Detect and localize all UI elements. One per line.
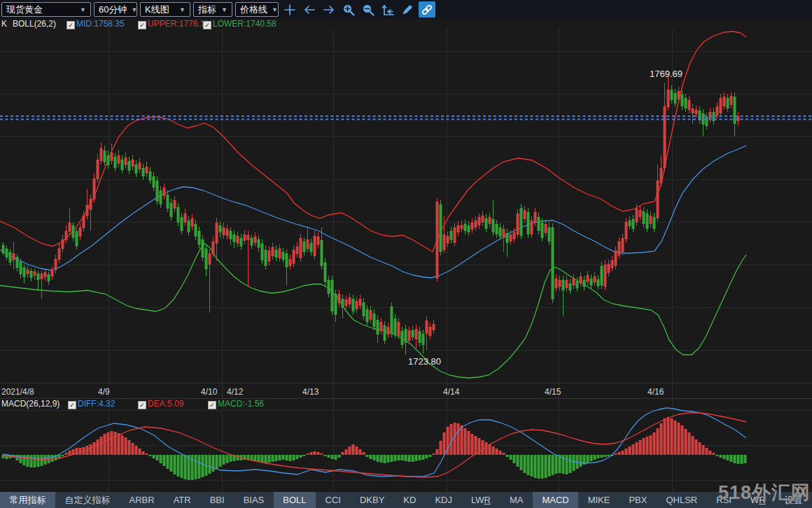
pencil-icon[interactable] (399, 1, 416, 17)
date-label: 4/13 (302, 387, 318, 397)
tab-label: QHLSR (666, 495, 697, 505)
chevron-down-icon: ▼ (221, 6, 227, 13)
indicator-tab[interactable]: 自定义指标 (55, 492, 120, 508)
indicator-value: ✓LOWER:1740.58 (203, 19, 276, 29)
tab-label: DKBY (360, 495, 384, 505)
checkbox-icon[interactable]: ✓ (138, 401, 146, 409)
period-dropdown[interactable]: 60分钟▼ (94, 2, 137, 17)
indicator-value: ✓MID:1758.35 (66, 19, 125, 29)
panel-k-label: K (1, 19, 7, 29)
price-annotation: 1769.69 (650, 69, 682, 79)
tab-label: RSI (716, 495, 732, 505)
macd-layer (2, 408, 747, 480)
boll-lower-line (0, 244, 746, 378)
arrow-left-icon[interactable] (301, 1, 318, 17)
indicator-value: ✓DIFF:4.32 (68, 399, 115, 409)
price-annotation: 1723.80 (408, 356, 441, 367)
tab-label: BIAS (244, 495, 265, 505)
indicator-tab[interactable]: MACD (533, 492, 578, 508)
indicator-value-label: MID:1758.35 (76, 19, 125, 29)
tab-label: MIKE (588, 495, 610, 505)
tab-label: 常用指标 (10, 494, 46, 507)
chevron-down-icon: ▼ (272, 6, 278, 13)
dropdown-label: 现货黄金 (6, 3, 43, 16)
tab-label: KD (403, 495, 416, 505)
tab-label: ATR (174, 495, 191, 505)
tab-label-underlined: R (484, 495, 490, 505)
tab-label: MACD (542, 495, 568, 505)
indicator-tab[interactable]: 设置 (775, 492, 812, 508)
indicator-tab[interactable]: RSI (707, 492, 741, 508)
chart-canvas[interactable]: 1769.691723.80 (0, 0, 812, 508)
indicator-tab[interactable]: LWR (461, 492, 500, 508)
date-label: 4/14 (443, 387, 459, 397)
indicator-value-label: LOWER:1740.58 (213, 19, 276, 29)
macd-indicator-name: MACD(26,12,9) (1, 399, 59, 409)
indicator-dropdown[interactable]: 指标▼ (193, 2, 232, 17)
indicator-tab[interactable]: 常用指标 (0, 492, 55, 508)
symbol-dropdown[interactable]: 现货黄金▼ (1, 2, 91, 17)
indicator-tab[interactable]: KD (394, 492, 426, 508)
indicator-tab[interactable]: DKBY (350, 492, 393, 508)
indicator-tab[interactable]: WR (741, 492, 775, 508)
indicator-value-label: DEA:5.09 (148, 399, 183, 409)
indicator-tab[interactable]: ATR (164, 492, 200, 508)
chart-type-dropdown[interactable]: K线图▼ (140, 2, 190, 17)
tab-label: ARBR (130, 495, 155, 505)
tab-label: MA (510, 495, 524, 505)
boll-mid-line (0, 146, 746, 278)
tab-label-underlined: R (759, 495, 765, 505)
date-label: 4/15 (545, 387, 561, 397)
dropdown-label: 指标 (198, 3, 216, 16)
tab-label: W (750, 495, 759, 505)
checkbox-icon[interactable]: ✓ (66, 21, 75, 29)
indicator-value-label: MACD:-1.56 (218, 399, 264, 409)
price-annotations: 1769.691723.80 (408, 69, 682, 367)
indicator-tab[interactable]: KDJ (426, 492, 462, 508)
indicator-tab[interactable]: MA (500, 492, 533, 508)
tab-label: BOLL (283, 495, 306, 505)
dropdown-label: 60分钟 (99, 3, 127, 16)
checkbox-icon[interactable]: ✓ (208, 401, 216, 409)
date-label: 4/10 (201, 387, 217, 397)
zoom-out-icon[interactable] (360, 1, 377, 17)
indicator-tab[interactable]: ARBR (120, 492, 164, 508)
price-line-dropdown[interactable]: 价格线▼ (235, 2, 279, 17)
candles-layer (2, 76, 740, 355)
chevron-down-icon: ▼ (131, 6, 137, 13)
app-root: 1769.691723.80 现货黄金▼60分钟▼K线图▼指标▼价格线▼ K B… (0, 0, 812, 508)
tab-label: 设置 (785, 494, 803, 507)
dropdown-label: 价格线 (240, 3, 267, 16)
boll-indicator-header: K BOLL(26,2) ✓MID:1758.35✓UPPER:1776.11✓… (0, 19, 812, 29)
indicator-tab[interactable]: PBX (620, 492, 657, 508)
gridlines (0, 29, 812, 492)
link-icon[interactable] (419, 1, 435, 17)
indicator-tab[interactable]: BBI (200, 492, 234, 508)
arrow-right-icon[interactable] (321, 1, 337, 17)
tab-label: 自定义指标 (65, 494, 111, 507)
dropdown-label: K线图 (145, 3, 169, 16)
boll-indicator-name: BOLL(26,2) (13, 19, 56, 29)
top-toolbar: 现货黄金▼60分钟▼K线图▼指标▼价格线▼ (0, 0, 812, 19)
checkbox-icon[interactable]: ✓ (138, 21, 146, 29)
indicator-tab[interactable]: BIAS (234, 492, 274, 508)
date-label: 2021/4/8 (1, 387, 34, 397)
indicator-tab[interactable]: MIKE (578, 492, 620, 508)
tab-label: LW (471, 495, 484, 505)
checkbox-icon[interactable]: ✓ (203, 21, 211, 29)
boll-upper-line (0, 31, 746, 252)
axis-scale-icon[interactable] (379, 1, 396, 17)
checkbox-icon[interactable]: ✓ (68, 401, 76, 409)
indicator-tab[interactable]: QHLSR (657, 492, 707, 508)
indicator-value: ✓DEA:5.09 (138, 399, 183, 409)
zoom-in-icon[interactable] (340, 1, 357, 17)
crosshair-icon[interactable] (281, 1, 298, 17)
tab-label: PBX (629, 495, 647, 505)
tab-label: CCI (326, 495, 341, 505)
date-label: 4/9 (98, 387, 110, 397)
indicator-tab[interactable]: CCI (316, 492, 350, 508)
indicator-value-label: DIFF:4.32 (78, 399, 115, 409)
macd-indicator-header: MACD(26,12,9) ✓DIFF:4.32✓DEA:5.09✓MACD:-… (0, 399, 812, 409)
indicator-value-label: UPPER:1776.11 (148, 19, 209, 29)
indicator-tab[interactable]: BOLL (274, 492, 316, 508)
